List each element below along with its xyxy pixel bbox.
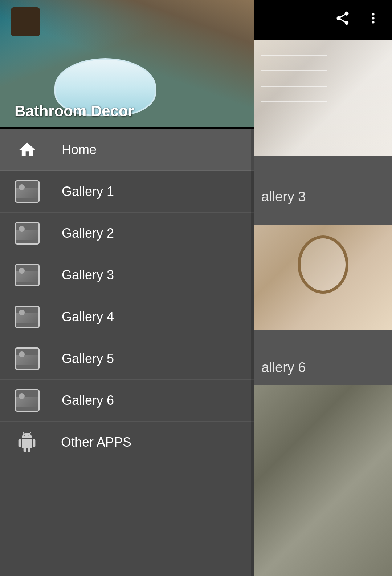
nav-item-other-apps[interactable]: Other APPS bbox=[0, 422, 254, 463]
gallery1-icon bbox=[15, 179, 40, 204]
nav-label-gallery4: Gallery 4 bbox=[62, 309, 114, 325]
right-panel: allery 3 allery 6 bbox=[254, 0, 392, 576]
nav-item-home[interactable]: Home bbox=[0, 129, 254, 171]
gallery3-icon bbox=[15, 262, 40, 288]
gallery5-icon bbox=[15, 346, 40, 371]
gallery3-partial-label: allery 3 bbox=[261, 189, 306, 205]
right-bathroom-image-2 bbox=[254, 225, 392, 330]
nav-item-gallery6[interactable]: Gallery 6 bbox=[0, 380, 254, 422]
gallery6-icon bbox=[15, 388, 40, 413]
nav-label-gallery2: Gallery 2 bbox=[62, 226, 114, 241]
nav-item-gallery4[interactable]: Gallery 4 bbox=[0, 296, 254, 338]
more-options-icon[interactable] bbox=[365, 10, 381, 30]
nav-label-home: Home bbox=[62, 142, 97, 157]
nav-label-gallery6: Gallery 6 bbox=[62, 393, 114, 408]
android-icon bbox=[15, 430, 39, 455]
gallery6-partial-label: allery 6 bbox=[261, 360, 306, 375]
right-bathroom-image-3 bbox=[254, 385, 392, 576]
top-bar bbox=[254, 0, 392, 40]
gallery2-icon bbox=[15, 221, 40, 246]
nav-label-other-apps: Other APPS bbox=[61, 435, 131, 450]
nav-item-gallery2[interactable]: Gallery 2 bbox=[0, 213, 254, 254]
home-icon bbox=[15, 137, 40, 162]
nav-label-gallery3: Gallery 3 bbox=[62, 267, 114, 283]
nav-item-gallery1[interactable]: Gallery 1 bbox=[0, 171, 254, 213]
nav-item-gallery5[interactable]: Gallery 5 bbox=[0, 338, 254, 380]
share-icon[interactable] bbox=[335, 10, 351, 30]
gallery4-icon bbox=[15, 304, 40, 330]
right-bathroom-image-1 bbox=[254, 40, 392, 156]
navigation-drawer: Home Gallery 1 Gallery 2 Gallery 3 Galle… bbox=[0, 129, 254, 576]
drawer-scrollbar[interactable] bbox=[251, 129, 254, 576]
nav-label-gallery1: Gallery 1 bbox=[62, 184, 114, 199]
nav-item-gallery3[interactable]: Gallery 3 bbox=[0, 254, 254, 296]
hero-image: Bathroom Decor bbox=[0, 0, 254, 127]
hero-title: Bathroom Decor bbox=[15, 102, 134, 120]
nav-label-gallery5: Gallery 5 bbox=[62, 351, 114, 366]
hero-decor-element bbox=[11, 7, 40, 36]
